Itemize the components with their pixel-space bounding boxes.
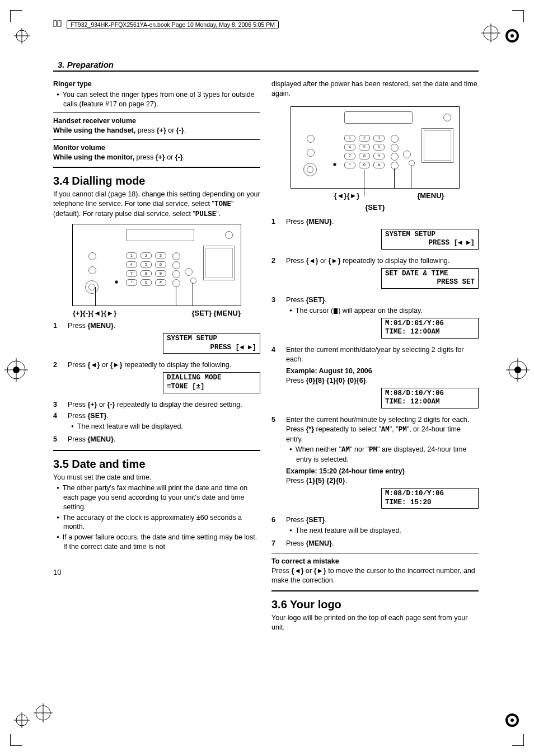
device-set-label: {SET}: [271, 203, 479, 213]
header-docline: FT932_934HK-PFQX2561YA-en.book Page 10 M…: [67, 20, 279, 29]
step-34-4: Press {SET}. The next feature will be di…: [68, 411, 260, 433]
step-34-1: Press {MENU}. SYSTEM SETUPPRESS [◀ ▶]: [68, 321, 260, 358]
registration-mark-icon: [4, 358, 28, 382]
svg-point-9: [13, 367, 20, 373]
p35-b3: If a power failure occurs, the date and …: [53, 533, 260, 552]
step-34-3: Press {+} or {-} repeatedly to display t…: [68, 400, 260, 410]
ringer-head: Ringer type: [53, 79, 260, 89]
step-35-5: Enter the current hour/minute by selecti…: [286, 415, 479, 513]
divider: [271, 553, 479, 553]
binder-icon: [53, 20, 63, 30]
crop-mark: [10, 10, 22, 22]
registration-mark-icon: [14, 28, 30, 44]
registration-mark-icon: [506, 358, 530, 382]
registration-mark-icon: [504, 28, 520, 44]
correct-head: To correct a mistake: [271, 557, 479, 566]
lcd-display: M:08/D:10/Y:06TIME: 15:20: [381, 488, 479, 509]
correct-body: Press {◄} or {►} to move the cursor to t…: [271, 566, 479, 585]
lcd-display: SYSTEM SETUPPRESS [◀ ▶]: [381, 229, 479, 250]
lcd-display: M:08/D:10/Y:06TIME: 12:00AM: [381, 388, 479, 408]
step-35-6: Press {SET}. The next feature will be di…: [286, 515, 479, 537]
step-34-5: Press {MENU}.: [68, 435, 260, 444]
step-35-7: Press {MENU}.: [286, 539, 479, 548]
registration-mark-icon: [504, 712, 520, 728]
p34: If you cannot dial (page 18), change thi…: [53, 190, 260, 219]
lcd-display: DIALLING MODE=TONE [±]: [163, 372, 260, 393]
svg-point-5: [510, 34, 514, 37]
step-35-4: Enter the current month/date/year by sel…: [286, 345, 479, 413]
ringer-body: You can select the ringer types from one…: [53, 90, 260, 109]
heading-34: 3.4 Dialling mode: [53, 173, 260, 189]
p36: Your logo will be printed on the top of …: [271, 613, 479, 632]
step-35-2: Press {◄} or {►} repeatedly to display t…: [286, 256, 479, 293]
p35-b1: The other party's fax machine will print…: [53, 483, 260, 512]
crop-mark: [10, 734, 22, 746]
lcd-display: SYSTEM SETUPPRESS [◀ ▶]: [163, 333, 260, 354]
lcd-display: SET DATE & TIMEPRESS SET: [381, 268, 479, 289]
p35a: You must set the date and time.: [53, 473, 260, 482]
svg-rect-27: [58, 21, 61, 26]
step-35-3: Press {SET}. The cursor () will appear o…: [286, 295, 479, 343]
cursor-icon: [334, 308, 338, 314]
registration-mark-icon: [14, 712, 30, 728]
divider: [271, 590, 479, 591]
p35-b2: The accuracy of the clock is approximate…: [53, 513, 260, 532]
divider: [53, 71, 479, 72]
divider: [53, 112, 260, 113]
device-key-labels: {◄}{►} {MENU}: [271, 191, 490, 201]
registration-mark-icon: [34, 703, 53, 722]
page-number: 10: [53, 567, 260, 577]
step-35-1: Press {MENU}. SYSTEM SETUPPRESS [◀ ▶]: [286, 217, 479, 254]
svg-point-13: [514, 367, 521, 373]
monitor-body: While using the monitor, press {+} or {-…: [53, 153, 260, 162]
heading-36: 3.6 Your logo: [271, 597, 479, 612]
section-title: 3. Preparation: [58, 60, 479, 69]
svg-point-19: [510, 719, 514, 722]
svg-rect-26: [53, 21, 57, 26]
left-column: Ringer type You can select the ringer ty…: [53, 79, 260, 632]
registration-mark-icon: [481, 24, 500, 43]
handset-body: While using the handset, press {+} or {-…: [53, 126, 260, 135]
divider: [53, 139, 260, 140]
device-illustration: 123 456 789 *0#: [291, 106, 460, 189]
heading-35: 3.5 Date and time: [53, 457, 260, 472]
divider: [53, 167, 260, 168]
device-key-labels: {+}{-}{◄}{►} {SET} {MENU}: [73, 308, 241, 318]
crop-mark: [512, 10, 524, 22]
right-column: displayed after the power has been resto…: [271, 79, 479, 632]
step-34-2: Press {◄} or {►} repeatedly to display t…: [68, 360, 260, 397]
divider: [53, 450, 260, 451]
lcd-display: M:01/D:01/Y:06TIME: 12:00AM: [381, 318, 479, 339]
continuation: displayed after the power has been resto…: [271, 79, 479, 98]
device-illustration: 123 456 789 *0#: [72, 224, 241, 306]
monitor-head: Monitor volume: [53, 143, 260, 153]
handset-head: Handset receiver volume: [53, 116, 260, 126]
crop-mark: [512, 734, 524, 746]
